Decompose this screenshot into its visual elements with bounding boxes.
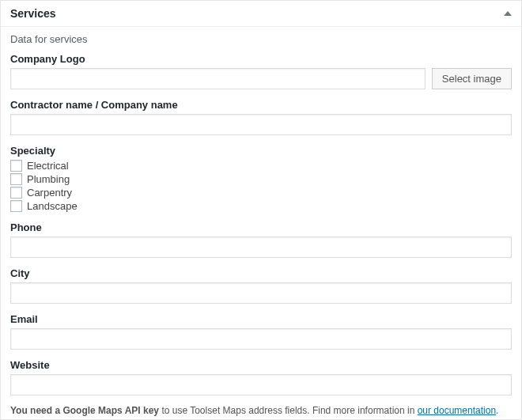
checkbox-plumbing[interactable] bbox=[10, 173, 22, 185]
email-input[interactable] bbox=[10, 328, 512, 350]
specialty-option-label: Plumbing bbox=[27, 173, 70, 185]
specialty-option: Carpentry bbox=[10, 187, 512, 199]
specialty-label: Specialty bbox=[10, 145, 512, 157]
panel-description: Data for services bbox=[1, 27, 521, 48]
specialty-option: Electrical bbox=[10, 160, 512, 172]
checkbox-carpentry[interactable] bbox=[10, 187, 22, 199]
city-input[interactable] bbox=[10, 282, 512, 304]
specialty-option-label: Carpentry bbox=[27, 187, 72, 199]
panel-header: Services bbox=[1, 1, 521, 27]
city-label: City bbox=[10, 267, 512, 279]
collapse-toggle-icon[interactable] bbox=[504, 11, 512, 16]
website-label: Website bbox=[10, 359, 512, 371]
field-phone: Phone bbox=[10, 221, 512, 258]
select-image-button[interactable]: Select image bbox=[432, 68, 512, 89]
documentation-link[interactable]: our documentation bbox=[418, 405, 496, 416]
company-logo-input[interactable] bbox=[10, 68, 426, 89]
checkbox-landscape[interactable] bbox=[10, 200, 22, 212]
notice-suffix: . bbox=[496, 405, 498, 416]
field-email: Email bbox=[10, 313, 512, 350]
notice-bold: You need a Google Maps API key bbox=[10, 405, 159, 416]
panel-title: Services bbox=[10, 7, 56, 20]
company-logo-label: Company Logo bbox=[10, 53, 512, 65]
field-contractor-name: Contractor name / Company name bbox=[10, 99, 512, 135]
services-panel: Services Data for services Company Logo … bbox=[0, 0, 522, 420]
email-label: Email bbox=[10, 313, 512, 325]
phone-input[interactable] bbox=[10, 236, 512, 258]
phone-label: Phone bbox=[10, 221, 512, 233]
contractor-name-input[interactable] bbox=[10, 114, 512, 135]
checkbox-electrical[interactable] bbox=[10, 160, 22, 172]
website-input[interactable] bbox=[10, 374, 512, 395]
contractor-name-label: Contractor name / Company name bbox=[10, 99, 512, 111]
field-city: City bbox=[10, 267, 512, 304]
specialty-option-label: Landscape bbox=[27, 200, 78, 212]
specialty-option-label: Electrical bbox=[27, 160, 69, 172]
specialty-option: Landscape bbox=[10, 200, 512, 212]
field-company-logo: Company Logo Select image bbox=[10, 53, 512, 89]
specialty-option: Plumbing bbox=[10, 173, 512, 185]
maps-api-notice: You need a Google Maps API key to use To… bbox=[10, 405, 512, 416]
field-specialty: Specialty Electrical Plumbing Carpentry … bbox=[10, 145, 512, 212]
panel-body: Company Logo Select image Contractor nam… bbox=[1, 48, 521, 420]
field-website: Website bbox=[10, 359, 512, 395]
notice-text: to use Toolset Maps address fields. Find… bbox=[159, 405, 418, 416]
